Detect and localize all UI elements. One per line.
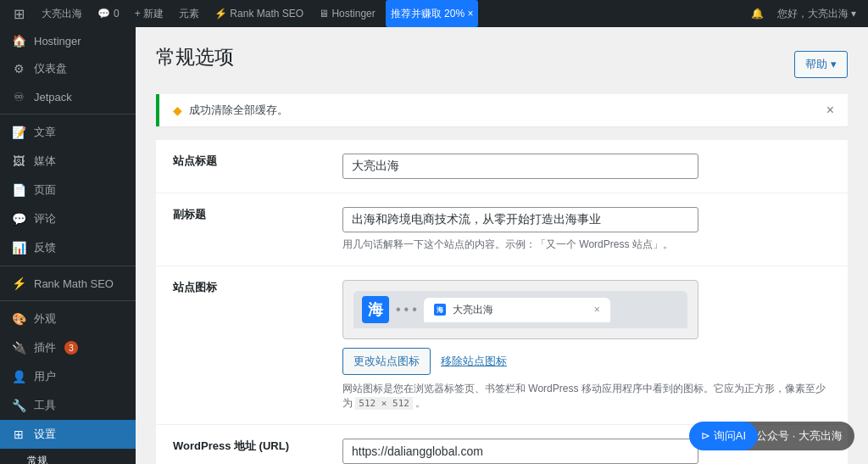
remove-favicon-button[interactable]: 移除站点图标 [441,348,507,375]
sidebar-pages-label: 页面 [34,182,56,198]
success-notice: ◆ 成功清除全部缓存。 × [156,94,848,126]
sidebar-sub-general-label: 常规 [27,454,47,464]
posts-icon: 📝 [10,126,27,139]
favicon-tab-icon: 海 [434,304,446,316]
sidebar-item-comments[interactable]: 💬 评论 [0,204,136,233]
wp-logo[interactable]: ⊞ [7,0,31,27]
favicon-browser-bar: 海 ••• 海 大亮出海 × [353,291,687,328]
favicon-tab-title: 大亮出海 [453,303,493,317]
site-name-bar-item[interactable]: 大亮出海 [36,0,87,27]
sidebar-media-label: 媒体 [34,154,56,169]
chat-button-label: ⊳ 询问AI [701,428,746,444]
sidebar-item-tools[interactable]: 🔧 工具 [0,391,136,420]
favicon-dots: ••• [396,302,417,317]
sidebar-item-media[interactable]: 🖼 媒体 [0,147,136,176]
admin-bar-right: 🔔 您好，大亮出海 ▾ [746,7,861,21]
sidebar-item-jetpack[interactable]: ♾ Jetpack [0,83,136,110]
hostinger-icon: 🏠 [10,34,27,48]
sidebar: 🏠 Hostinger ⚙ 仪表盘 ♾ Jetpack 📝 文章 🖼 媒体 📄 … [0,27,136,464]
bell-icon-item[interactable]: 🔔 [746,8,769,20]
notice-text: 成功清除全部缓存。 [189,103,288,118]
favicon-preview: 海 ••• 海 大亮出海 × [342,280,698,339]
sidebar-item-posts[interactable]: 📝 文章 [0,118,136,147]
hostinger-label: 🖥 Hostinger [319,8,376,20]
comment-icon: 💬 [97,8,110,20]
user-greeting-label: 您好，大亮出海 ▾ [777,7,856,21]
wp-url-label: WordPress 地址 (URL) [156,425,326,465]
comments-icon: 💬 [10,212,27,226]
sidebar-posts-label: 文章 [34,125,56,140]
admin-bar: ⊞ 大亮出海 💬 0 + 新建 元素 ⚡ Rank Math SEO 🖥 Hos… [0,0,868,27]
sidebar-appearance-label: 外观 [34,311,56,327]
page-header: 常规选项 帮助 ▾ [156,44,848,84]
rankmath-bar-item[interactable]: ⚡ Rank Math SEO [209,0,309,27]
sidebar-item-appearance[interactable]: 🎨 外观 [0,305,136,333]
sidebar-item-settings[interactable]: ⊞ 设置 [0,420,136,449]
comment-bar-item[interactable]: 💬 0 [92,0,125,27]
element-bar-item[interactable]: 元素 [174,0,204,27]
tools-icon: 🔧 [10,399,27,412]
favicon-icon-char: 海 [368,299,383,320]
appearance-icon: 🎨 [10,312,27,326]
main-layout: 🏠 Hostinger ⚙ 仪表盘 ♾ Jetpack 📝 文章 🖼 媒体 📄 … [0,27,868,464]
sidebar-settings-label: 设置 [34,427,56,442]
sidebar-item-dashboard[interactable]: ⚙ 仪表盘 [0,54,136,83]
chat-button[interactable]: ⊳ 询问AI [689,422,758,450]
site-title-row: 站点标题 [156,140,848,193]
sidebar-plugins-label: 插件 [34,340,56,355]
site-title-label: 站点标题 [156,140,326,193]
favicon-tab: 海 大亮出海 × [424,298,610,322]
jetpack-icon: ♾ [10,90,27,103]
tagline-input[interactable] [342,207,698,232]
favicon-row: 站点图标 海 ••• 海 [156,266,848,425]
sidebar-divider-1 [0,114,136,115]
change-favicon-button[interactable]: 更改站点图标 [342,348,431,375]
bell-icon: 🔔 [751,8,764,20]
new-item-bar-item[interactable]: + 新建 [130,0,169,27]
sidebar-hostinger-label: Hostinger [34,35,81,48]
new-item-label: + 新建 [135,7,164,21]
tagline-desc: 用几句话解释一下这个站点的内容。示例：「又一个 WordPress 站点」。 [342,238,831,252]
sidebar-divider-2 [0,266,136,266]
favicon-size-code: 512 × 512 [355,397,413,410]
sidebar-item-feedback[interactable]: 📊 反馈 [0,233,136,262]
sidebar-item-pages[interactable]: 📄 页面 [0,176,136,204]
user-greeting-item[interactable]: 您好，大亮出海 ▾ [772,7,861,21]
sidebar-sub-general[interactable]: 常规 [0,449,136,464]
favicon-close-button[interactable]: × [594,304,600,316]
plugins-icon: 🔌 [10,341,27,355]
notice-icon: ◆ [173,103,182,117]
sidebar-jetpack-label: Jetpack [34,91,72,103]
favicon-cell: 海 ••• 海 大亮出海 × [326,266,848,425]
favicon-buttons: 更改站点图标 移除站点图标 [342,348,831,375]
sidebar-comments-label: 评论 [34,211,56,226]
main-content: 常规选项 帮助 ▾ ◆ 成功清除全部缓存。 × 站点标题 副标题 [136,27,868,464]
help-button[interactable]: 帮助 ▾ [794,51,848,78]
media-icon: 🖼 [10,154,27,168]
comment-count: 0 [114,8,120,20]
sidebar-item-plugins[interactable]: 🔌 插件 3 [0,333,136,362]
favicon-desc: 网站图标是您在浏览器标签页、书签栏和 WordPress 移动应用程序中看到的图… [342,382,831,411]
sidebar-rankmath-label: Rank Math SEO [34,277,114,290]
tagline-row: 副标题 用几句话解释一下这个站点的内容。示例：「又一个 WordPress 站点… [156,193,848,266]
element-label: 元素 [179,7,199,21]
notice-dismiss-button[interactable]: × [826,103,834,118]
promo-label: 推荐并赚取 20% × [391,7,474,21]
site-title-input[interactable] [342,154,698,179]
tagline-cell: 用几句话解释一下这个站点的内容。示例：「又一个 WordPress 站点」。 [326,193,848,266]
sidebar-item-users[interactable]: 👤 用户 [0,362,136,391]
sidebar-feedback-label: 反馈 [34,240,56,255]
watermark-label: 公众号 · 大亮出海 [756,428,843,444]
sidebar-item-hostinger[interactable]: 🏠 Hostinger [0,27,136,54]
users-icon: 👤 [10,370,27,383]
sidebar-item-rankmath[interactable]: ⚡ Rank Math SEO [0,270,136,297]
promo-bar-item[interactable]: 推荐并赚取 20% × [386,0,479,27]
sidebar-divider-3 [0,300,136,301]
settings-icon: ⊞ [10,428,27,441]
hostinger-bar-item[interactable]: 🖥 Hostinger [314,0,381,27]
rankmath-label: ⚡ Rank Math SEO [214,8,303,20]
site-title-cell [326,140,848,193]
wp-url-input[interactable] [342,439,698,464]
page-title: 常规选项 [156,44,234,70]
sidebar-tools-label: 工具 [34,398,56,413]
